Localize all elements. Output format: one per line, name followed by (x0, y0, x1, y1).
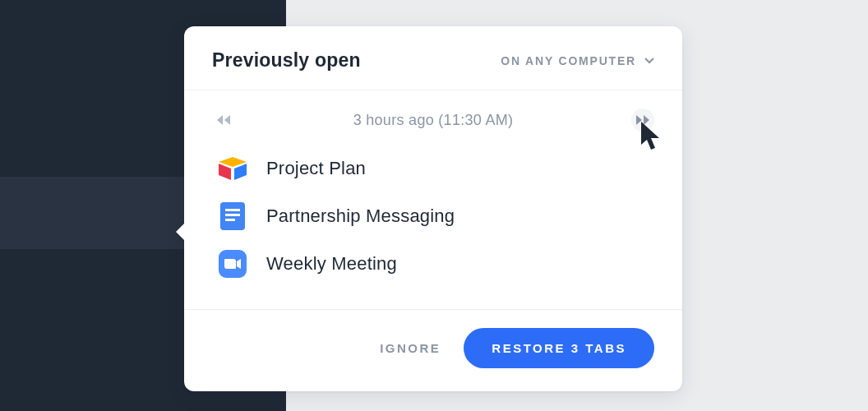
snapshot-timestamp: 3 hours ago (11:30 AM) (353, 112, 514, 129)
filter-label: ON ANY COMPUTER (501, 54, 636, 67)
tab-row[interactable]: Project Plan (212, 145, 654, 192)
previously-open-popover: Previously open ON ANY COMPUTER 3 hours … (184, 26, 682, 391)
tab-row[interactable]: Partnership Messaging (212, 192, 654, 240)
popover-arrow (176, 222, 186, 242)
tab-row[interactable]: Weekly Meeting (212, 240, 654, 288)
fast-forward-icon (635, 114, 651, 126)
snapshot-pager: 3 hours ago (11:30 AM) (184, 90, 682, 136)
airtable-icon (219, 155, 247, 182)
google-docs-icon (219, 202, 247, 230)
tab-list: Project Plan Partnership Messaging (184, 136, 682, 309)
svg-rect-2 (225, 214, 240, 216)
svg-rect-1 (225, 209, 240, 211)
restore-tabs-button[interactable]: RESTORE 3 TABS (464, 328, 654, 368)
popover-footer: IGNORE RESTORE 3 TABS (184, 310, 682, 391)
popover-title: Previously open (212, 49, 361, 72)
tab-title: Weekly Meeting (266, 253, 397, 275)
chevron-down-icon (644, 58, 654, 64)
prev-snapshot-button[interactable] (212, 109, 235, 132)
next-snapshot-button[interactable] (631, 109, 654, 132)
popover-header: Previously open ON ANY COMPUTER (184, 26, 682, 90)
zoom-icon (219, 250, 247, 278)
ignore-button[interactable]: IGNORE (380, 341, 441, 355)
svg-rect-3 (225, 219, 235, 221)
tab-title: Partnership Messaging (266, 206, 455, 227)
tab-title: Project Plan (266, 158, 366, 179)
rewind-icon (215, 114, 232, 126)
computer-filter-dropdown[interactable]: ON ANY COMPUTER (501, 54, 654, 67)
